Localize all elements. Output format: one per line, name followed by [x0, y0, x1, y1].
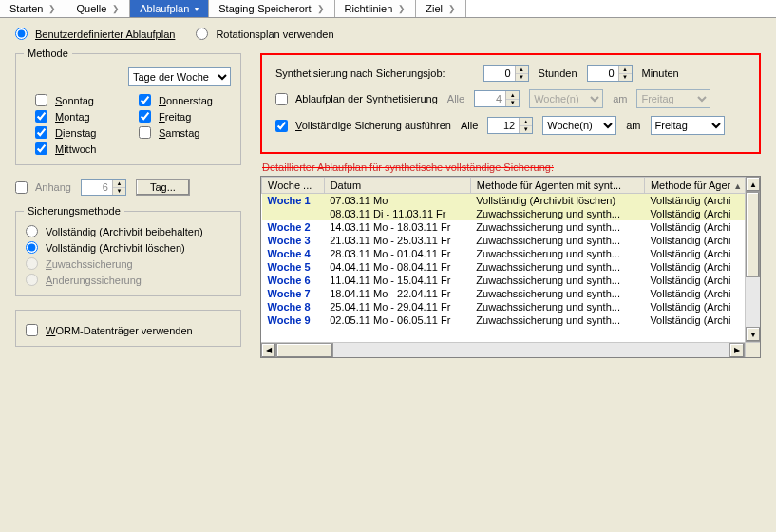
full-num-spinner[interactable]: ▲▼ [487, 117, 533, 134]
col-method-agent[interactable]: Methode für Ager▲ [644, 178, 759, 194]
cell-method-synth: Zuwachssicherung und synth... [470, 274, 644, 287]
check-dienstag[interactable]: Dienstag [35, 126, 127, 139]
minutes-input[interactable] [588, 66, 618, 81]
table-row[interactable]: Woche 214.03.11 Mo - 18.03.11 FrZuwachss… [262, 220, 760, 234]
col-method-synth[interactable]: Methode für Agenten mit synt... [470, 178, 644, 194]
check-freitag[interactable]: Freitag [139, 110, 231, 123]
table-row[interactable]: Woche 428.03.11 Mo - 01.04.11 FrZuwachss… [262, 247, 760, 260]
tab-label: Richtlinien [345, 3, 393, 14]
check-donnerstag[interactable]: Donnerstag [139, 94, 231, 106]
cell-method-synth: Zuwachssicherung und synth... [470, 287, 644, 300]
anhang-label: Anhang [35, 181, 71, 193]
schedule-table-wrap: Woche ... Datum Methode für Agenten mit … [260, 176, 761, 358]
radio-rotation-plan[interactable]: Rotationsplan verwenden [196, 28, 333, 40]
cell-date: 14.03.11 Mo - 18.03.11 Fr [324, 220, 470, 234]
radio-full-keep[interactable]: Vollständig (Archivbit beibehalten) [26, 225, 231, 238]
check-mittwoch[interactable]: Mittwoch [35, 142, 127, 155]
col-week[interactable]: Woche ... [262, 178, 325, 194]
scroll-corner [745, 342, 760, 357]
scroll-thumb[interactable] [276, 343, 333, 358]
spin-up-icon[interactable]: ▲ [113, 180, 125, 188]
cell-week: Woche 3 [262, 234, 325, 247]
tab-starten[interactable]: Starten❯ [0, 0, 66, 17]
table-row[interactable]: Woche 718.04.11 Mo - 22.04.11 FrZuwachss… [262, 287, 760, 300]
scroll-right-icon[interactable]: ▶ [729, 343, 745, 358]
cell-week: Woche 8 [262, 300, 325, 314]
spin-down-icon[interactable]: ▼ [520, 126, 532, 134]
scroll-up-icon[interactable]: ▲ [746, 177, 761, 192]
scroll-down-icon[interactable]: ▼ [746, 327, 761, 342]
full-unit-select[interactable]: Woche(n) [542, 116, 616, 135]
radio-full-delete[interactable]: Vollständig (Archivbit löschen) [26, 241, 231, 254]
scroll-thumb[interactable] [746, 192, 760, 277]
cell-week [262, 207, 325, 220]
table-row[interactable]: Woche 902.05.11 Mo - 06.05.11 FrZuwachss… [262, 314, 760, 327]
tag-button[interactable]: Tag... [136, 179, 190, 196]
plan-num-input [475, 91, 505, 106]
table-row[interactable]: 08.03.11 Di - 11.03.11 FrZuwachssicherun… [262, 207, 760, 220]
cell-method-synth: Zuwachssicherung und synth... [470, 234, 644, 247]
cell-method-agent: Vollständig (Archi [644, 247, 759, 260]
wizard-tabs: Starten❯ Quelle❯ Ablaufplan▾ Staging-Spe… [0, 0, 776, 18]
table-row[interactable]: Woche 321.03.11 Mo - 25.03.11 FrZuwachss… [262, 234, 760, 247]
schedule-table: Woche ... Datum Methode für Agenten mit … [261, 177, 760, 327]
group-backup-method: Sicherungsmethode Vollständig (Archivbit… [15, 211, 241, 296]
cell-date: 04.04.11 Mo - 08.04.11 Fr [324, 260, 470, 274]
radio-label: Rotationsplan verwenden [216, 28, 333, 40]
tab-ziel[interactable]: Ziel❯ [416, 0, 466, 17]
cell-method-agent: Vollständig (Archi [644, 207, 759, 220]
sort-up-icon: ▲ [733, 181, 742, 191]
spin-down-icon[interactable]: ▼ [619, 74, 632, 82]
cell-week: Woche 5 [262, 260, 325, 274]
plan-num-spinner: ▲▼ [474, 90, 520, 107]
radio-custom-input[interactable] [15, 28, 28, 40]
table-row[interactable]: Woche 107.03.11 MoVollständig (Archivbit… [262, 194, 760, 208]
table-row[interactable]: Woche 611.04.11 Mo - 15.04.11 FrZuwachss… [262, 274, 760, 287]
col-date[interactable]: Datum [324, 178, 470, 194]
anhang-spinner[interactable]: ▲▼ [81, 179, 126, 196]
chevron-right-icon: ❯ [448, 4, 456, 13]
cell-method-agent: Vollständig (Archi [644, 234, 759, 247]
check-samstag[interactable]: Samstag [139, 126, 231, 139]
full-day-select[interactable]: Freitag [651, 116, 725, 135]
check-synth-plan[interactable]: Ablaufplan der Synthetisierung [275, 93, 438, 105]
radio-rotation-input[interactable] [196, 28, 208, 40]
spin-down-icon[interactable]: ▼ [516, 74, 528, 82]
table-row[interactable]: Woche 504.04.11 Mo - 08.04.11 FrZuwachss… [262, 260, 760, 274]
spin-up-icon[interactable]: ▲ [520, 118, 532, 126]
hours-input[interactable] [484, 66, 515, 81]
synth-after-job-label: Synthetisierung nach Sicherungsjob: [275, 67, 445, 79]
radio-label: Vollständig (Archivbit beibehalten) [46, 226, 203, 238]
full-num-input[interactable] [488, 118, 519, 133]
cell-method-synth: Zuwachssicherung und synth... [470, 220, 644, 234]
tab-quelle[interactable]: Quelle❯ [66, 0, 130, 17]
spin-up-icon[interactable]: ▲ [619, 66, 632, 74]
radio-label: Benutzerdefinierter Ablaufplan [35, 28, 175, 40]
minutes-spinner[interactable]: ▲▼ [587, 65, 633, 82]
check-full-backup[interactable]: Vollständige Sicherung ausführen [275, 120, 451, 132]
group-method: Methode Tage der Woche Sonntag Donnersta… [15, 53, 241, 165]
check-anhang[interactable]: Anhang [15, 181, 71, 194]
hours-spinner[interactable]: ▲▼ [483, 65, 529, 82]
day-label: ittwoch [64, 143, 96, 155]
spin-up-icon[interactable]: ▲ [516, 66, 528, 74]
table-row[interactable]: Woche 825.04.11 Mo - 29.04.11 FrZuwachss… [262, 300, 760, 314]
check-sonntag[interactable]: Sonntag [35, 94, 127, 106]
horizontal-scrollbar[interactable]: ◀ ▶ [261, 342, 745, 357]
tab-staging[interactable]: Staging-Speicherort❯ [209, 0, 334, 17]
cell-method-synth: Vollständig (Archivbit löschen) [470, 194, 644, 208]
plan-unit-select: Woche(n) [529, 89, 603, 108]
tab-ablaufplan[interactable]: Ablaufplan▾ [130, 0, 209, 17]
spin-down-icon[interactable]: ▼ [113, 188, 125, 196]
scroll-left-icon[interactable]: ◀ [261, 343, 276, 358]
radio-custom-schedule[interactable]: Benutzerdefinierter Ablaufplan [15, 28, 175, 40]
cell-date: 02.05.11 Mo - 06.05.11 Fr [324, 314, 470, 327]
vertical-scrollbar[interactable]: ▲ ▼ [745, 177, 760, 342]
check-worm[interactable]: WORM-Datenträger verwenden [26, 324, 231, 336]
cell-date: 07.03.11 Mo [324, 194, 470, 208]
method-dropdown[interactable]: Tage der Woche [128, 67, 231, 86]
tab-richtlinien[interactable]: Richtlinien❯ [335, 0, 417, 17]
chevron-right-icon: ❯ [112, 4, 120, 13]
am-label: am [626, 120, 640, 131]
check-montag[interactable]: Montag [35, 110, 127, 123]
